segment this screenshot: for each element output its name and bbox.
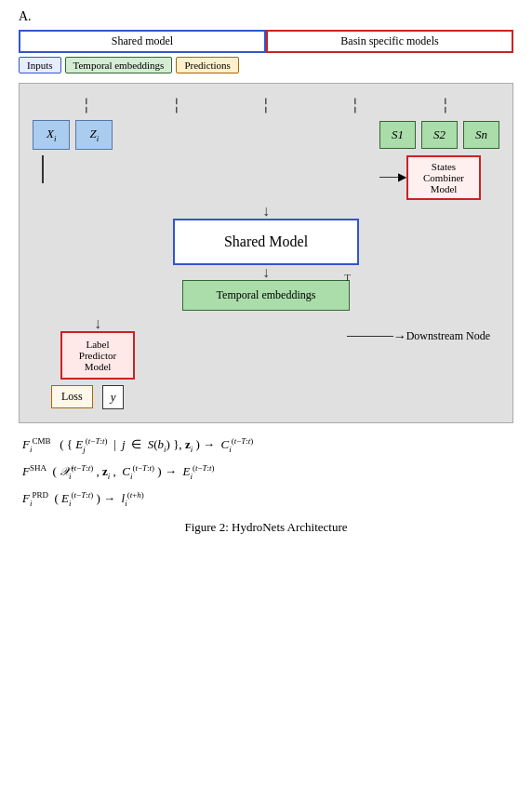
arrow-to-shared: ↓ [262,204,270,219]
basin-specific-legend: Basin specific models [266,30,513,53]
downstream-area: → Downstream Node [347,329,490,344]
zi-sub: i [97,134,100,143]
inputs-tag-text: Inputs [27,60,53,71]
s1-block: S1 [379,121,416,149]
shared-model-text: Shared Model [224,233,308,249]
temporal-embed-text: Temporal embeddings [217,288,316,301]
shared-model-legend-text: Shared model [112,34,173,47]
legend-row-1: Shared model Basin specific models [19,30,513,53]
s2-block: S2 [421,121,458,149]
figure-caption: Figure 2: HydroNets Architecture [19,520,513,535]
basin-specific-legend-text: Basin specific models [340,34,438,47]
equation-2: FSHA ( 𝒳i(t−T:t) , zi , Ci(t−T:t) ) → Ei… [22,461,510,483]
xi-sub: i [54,134,57,143]
main-diagram: ╎ ╎ ╎ ╎ ╎ Xi Zi S1 S2 [19,83,513,423]
dashed-arrows-row: ╎ ╎ ╎ ╎ ╎ [33,97,499,114]
shared-model-box: Shared Model [173,219,359,265]
sn-block: Sn [463,121,499,149]
arrow-s1: ╎ [261,97,271,114]
temporal-embed-wrapper: Temporal embeddings T [182,280,350,311]
s-blocks-group: S1 S2 Sn [379,121,499,149]
s1-label: S1 [392,127,404,141]
arrow-right-downstream: → [393,329,406,344]
s2-label: S2 [433,127,446,141]
legend-row-2: Inputs Temporal embeddings Predictions [19,57,513,73]
zi-label: Z [89,127,96,140]
arrow-xi: ╎ [82,97,91,114]
downstream-line [347,336,393,337]
zi-block: Zi [75,120,113,150]
center-column: ↓ Shared Model ↓ Temporal embeddings T ↓… [33,204,499,409]
equations-section: FiCMB ( { Ej(t−T:t) | j ∈ S(bi) }, zi ) … [19,434,513,511]
xi-block: Xi [33,120,70,150]
bottom-section: ↓ Label Predictor Model → Downstream Nod… [33,316,499,380]
arrow-s2: ╎ [351,97,360,114]
equation-3: FiPRD ( Ei(t−T:t) ) → li(t+h) [22,488,510,510]
shared-model-legend: Shared model [19,30,266,53]
inputs-tag: Inputs [19,57,61,73]
temporal-tag-text: Temporal embeddings [73,60,165,71]
input-blocks-row: Xi Zi S1 S2 Sn [33,120,499,150]
predictions-tag-text: Predictions [184,60,231,71]
loss-box: Loss [51,385,93,408]
y-box: y [102,385,125,409]
loss-row: Loss y [51,385,124,409]
states-combiner-box: States Combiner Model [406,155,481,200]
xi-label: X [47,127,54,140]
arrow-to-temporal: ↓ [262,265,270,280]
arrow-zi: ╎ [172,97,181,114]
states-combiner-text: States Combiner Model [423,161,464,194]
label-predictor-box: Label Predictor Model [60,331,135,380]
caption-text: Figure 2: HydroNets Architecture [184,520,347,534]
downstream-node-label: Downstream Node [406,329,490,343]
label-predictor-text: Label Predictor Model [79,339,116,372]
equation-1: FiCMB ( { Ej(t−T:t) | j ∈ S(bi) }, zi ) … [22,434,510,456]
temporal-embed-box: Temporal embeddings T [182,280,350,311]
loss-label: Loss [61,390,83,403]
page-label: A. [19,9,513,24]
states-combiner-row: ▶ States Combiner Model [33,155,499,200]
label-predictor-col: ↓ Label Predictor Model [60,316,135,380]
y-label: y [111,390,116,404]
sn-label: Sn [475,127,487,141]
temporal-tag: Temporal embeddings [65,57,173,73]
T-label: T [344,272,351,283]
arrow-sn: ╎ [441,97,450,114]
predictions-tag: Predictions [176,57,239,73]
arrow-to-predictor: ↓ [94,316,101,331]
